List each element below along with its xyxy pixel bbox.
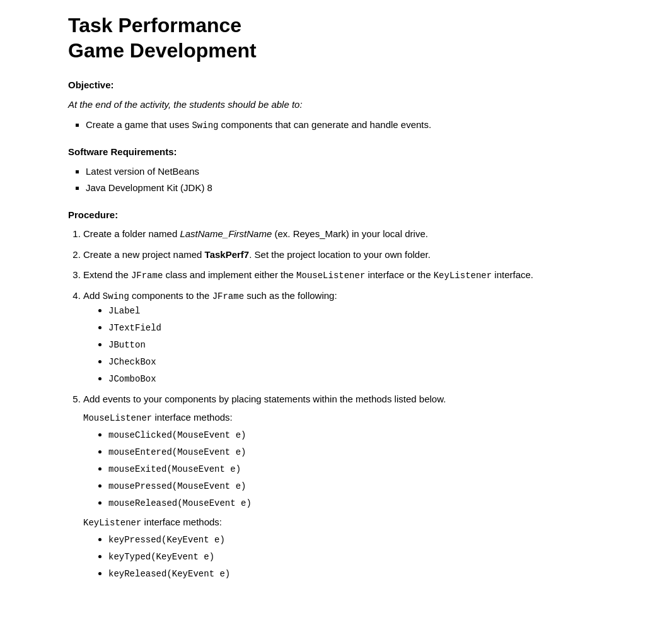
list-item: mouseEntered(MouseEvent e) (108, 445, 622, 459)
mouse-methods-list: mouseClicked(MouseEvent e) mouseEntered(… (108, 428, 622, 510)
list-item: Create a game that uses Swing components… (86, 118, 622, 132)
list-item: JButton (108, 337, 622, 352)
list-item: JComboBox (108, 371, 622, 386)
procedure-step-2: Create a new project named TaskPerf7. Se… (83, 248, 622, 262)
objective-list: Create a game that uses Swing components… (86, 118, 622, 132)
list-item: mousePressed(MouseEvent e) (108, 479, 622, 493)
list-item: JCheckBox (108, 354, 622, 369)
list-item: mouseExited(MouseEvent e) (108, 462, 622, 476)
procedure-section: Procedure: Create a folder named LastNam… (68, 208, 622, 581)
objective-intro: At the end of the activity, the students… (68, 98, 622, 112)
list-item: keyReleased(KeyEvent e) (108, 566, 622, 581)
swing-components-list: JLabel JTextField JButton JCheckBox JCom… (108, 303, 622, 386)
objective-heading: Objective: (68, 78, 622, 93)
list-item: Java Development Kit (JDK) 8 (86, 181, 622, 196)
procedure-step-3: Extend the JFrame class and implement ei… (83, 268, 622, 283)
list-item: mouseReleased(MouseEvent e) (108, 496, 622, 510)
list-item: JTextField (108, 320, 622, 335)
procedure-step-4: Add Swing components to the JFrame such … (83, 289, 622, 386)
software-section: Software Requirements: Latest version of… (68, 145, 622, 196)
software-heading: Software Requirements: (68, 145, 622, 160)
mouse-listener-label: MouseListener interface methods: (83, 411, 622, 425)
key-listener-label: KeyListener interface methods: (83, 515, 622, 530)
procedure-heading: Procedure: (68, 208, 622, 223)
page-title: Task Performance Game Development (68, 13, 622, 63)
procedure-step-1: Create a folder named LastName_FirstName… (83, 227, 622, 242)
procedure-list: Create a folder named LastName_FirstName… (83, 227, 622, 581)
procedure-step-5: Add events to your components by placing… (83, 392, 622, 581)
list-item: keyTyped(KeyEvent e) (108, 549, 622, 564)
list-item: Latest version of NetBeans (86, 165, 622, 179)
list-item: JLabel (108, 303, 622, 318)
list-item: keyPressed(KeyEvent e) (108, 532, 622, 547)
key-methods-list: keyPressed(KeyEvent e) keyTyped(KeyEvent… (108, 532, 622, 581)
list-item: mouseClicked(MouseEvent e) (108, 428, 622, 442)
objective-section: Objective: At the end of the activity, t… (68, 78, 622, 132)
software-list: Latest version of NetBeans Java Developm… (86, 165, 622, 196)
